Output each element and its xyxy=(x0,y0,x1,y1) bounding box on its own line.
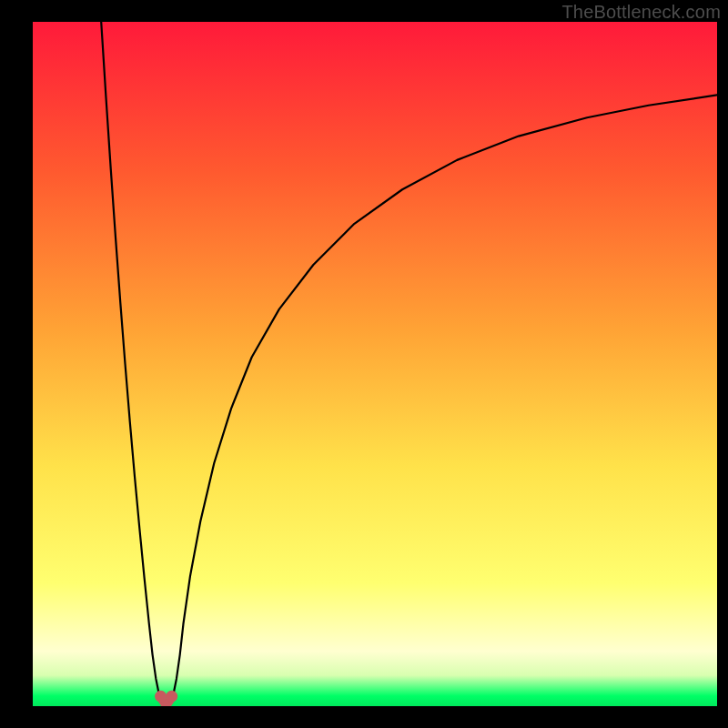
cusp-dot-right xyxy=(166,691,177,703)
chart-svg xyxy=(33,22,717,706)
cusp-dot-left xyxy=(155,691,167,703)
chart-area xyxy=(33,22,717,706)
watermark-text: TheBottleneck.com xyxy=(561,2,721,23)
gradient-background xyxy=(33,22,717,706)
outer-frame: TheBottleneck.com xyxy=(0,0,728,728)
